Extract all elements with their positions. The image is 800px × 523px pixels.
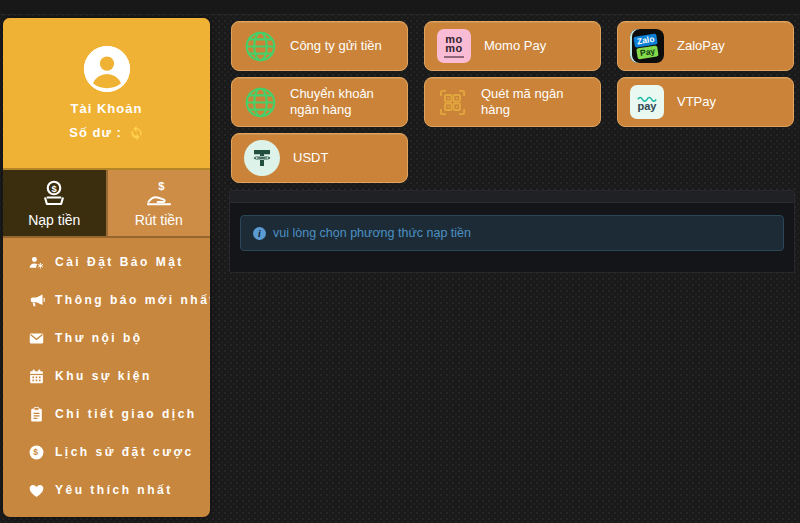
sidebar-item-favorites[interactable]: Yêu thích nhất — [3, 471, 210, 509]
tab-deposit[interactable]: $ Nạp tiền — [3, 170, 106, 236]
zalopay-icon: Zalo Pay — [630, 29, 664, 63]
dollar-circle-icon: $ — [28, 444, 45, 461]
user-gear-icon — [28, 254, 45, 271]
payment-method-label: Công ty gửi tiền — [290, 38, 382, 54]
payment-method-usdt[interactable]: USDT — [231, 133, 408, 183]
globe-icon — [244, 30, 277, 63]
heart-icon — [28, 482, 45, 499]
svg-text:$: $ — [52, 184, 58, 194]
sidebar-item-betting-history[interactable]: $ Lịch sử đặt cược — [3, 433, 210, 471]
balance-label: Số dư : — [69, 125, 122, 140]
deposit-panel: i vui lòng chọn phương thức nạp tiền — [229, 190, 795, 273]
sidebar-item-label: Thông báo mới nhất — [55, 293, 210, 307]
payment-method-bank-qr[interactable]: Quét mã ngân hàng — [424, 77, 601, 127]
calendar-icon — [28, 368, 45, 385]
envelope-icon — [28, 330, 45, 347]
sidebar-item-events[interactable]: Khu sự kiện — [3, 357, 210, 395]
clipboard-icon — [28, 406, 45, 423]
withdraw-hand-icon: $ — [144, 178, 174, 208]
sidebar-item-label: Khu sự kiện — [55, 369, 152, 383]
vtpay-icon: pay — [630, 85, 664, 119]
account-card: Tài Khoản Số dư : — [3, 18, 210, 170]
svg-text:$: $ — [158, 180, 165, 192]
payment-method-label: Quét mã ngân hàng — [481, 86, 589, 119]
momo-icon: mo mo — [437, 29, 471, 63]
sidebar-menu: Cài Đặt Bảo Mật Thông báo mới nhất Thư n… — [3, 238, 210, 509]
qr-code-icon — [437, 87, 468, 118]
payment-method-zalopay[interactable]: Zalo Pay ZaloPay — [617, 21, 794, 71]
globe-icon — [244, 86, 277, 119]
tab-deposit-label: Nạp tiền — [28, 212, 80, 228]
payment-method-bank-transfer[interactable]: Chuyển khoản ngân hàng — [231, 77, 408, 127]
sidebar-item-transaction-details[interactable]: Chi tiết giao dịch — [3, 395, 210, 433]
sidebar-item-label: Yêu thích nhất — [55, 483, 173, 497]
payment-method-vtpay[interactable]: pay VTPay — [617, 77, 794, 127]
megaphone-icon — [28, 292, 45, 309]
avatar — [84, 46, 130, 92]
sidebar: Tài Khoản Số dư : $ Nạp tiền $ — [3, 18, 210, 517]
deposit-coin-icon: $ — [39, 178, 69, 208]
sidebar-item-label: Lịch sử đặt cược — [55, 445, 194, 459]
sidebar-item-label: Thư nội bộ — [55, 331, 143, 345]
payment-method-company-transfer[interactable]: Công ty gửi tiền — [231, 21, 408, 71]
tab-withdraw[interactable]: $ Rút tiền — [106, 170, 211, 236]
svg-text:$: $ — [33, 447, 40, 457]
sidebar-item-announcements[interactable]: Thông báo mới nhất — [3, 281, 210, 319]
refresh-balance-icon[interactable] — [129, 125, 144, 140]
info-alert: i vui lòng chọn phương thức nạp tiền — [240, 215, 784, 251]
payment-method-label: Momo Pay — [484, 38, 546, 54]
payment-method-momo-pay[interactable]: mo mo Momo Pay — [424, 21, 601, 71]
info-alert-message: vui lòng chọn phương thức nạp tiền — [273, 226, 471, 240]
sidebar-item-label: Cài Đặt Bảo Mật — [55, 255, 184, 269]
payment-method-label: USDT — [293, 150, 328, 166]
payment-method-label: Chuyển khoản ngân hàng — [290, 86, 397, 119]
payment-method-label: ZaloPay — [677, 38, 725, 54]
payment-methods-grid: Công ty gửi tiền mo mo Momo Pay Zalo Pay… — [231, 21, 794, 183]
sidebar-item-inbox[interactable]: Thư nội bộ — [3, 319, 210, 357]
payment-method-label: VTPay — [677, 94, 716, 110]
tether-icon — [244, 140, 280, 176]
wallet-tabs: $ Nạp tiền $ Rút tiền — [3, 170, 210, 238]
top-edge-strip — [0, 0, 800, 15]
panel-header — [230, 191, 794, 203]
account-title: Tài Khoản — [71, 101, 143, 116]
sidebar-item-security-settings[interactable]: Cài Đặt Bảo Mật — [3, 243, 210, 281]
info-circle-icon: i — [253, 227, 266, 240]
tab-withdraw-label: Rút tiền — [135, 212, 183, 228]
user-avatar-icon — [84, 46, 130, 92]
sidebar-item-label: Chi tiết giao dịch — [55, 407, 197, 421]
